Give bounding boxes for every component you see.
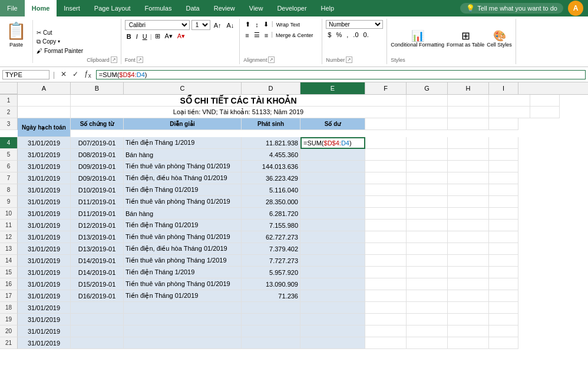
italic-button[interactable]: I (134, 32, 140, 41)
format-painter-button[interactable]: 🖌 Format Painter (35, 47, 84, 55)
cell-C4[interactable]: Tiền điện Tháng 1/2019 (124, 137, 242, 149)
decrease-font-button[interactable]: A↓ (225, 20, 236, 30)
cell-E3[interactable]: Số dư (300, 118, 365, 130)
col-header-H[interactable]: H (448, 82, 489, 94)
col-header-B[interactable]: B (71, 82, 124, 94)
col-header-A[interactable]: A (18, 82, 71, 94)
cell-D4[interactable]: 11.821.938 (242, 137, 300, 149)
bold-button[interactable]: B (125, 32, 133, 41)
cell-C18[interactable] (124, 302, 242, 314)
alignment-expand-icon[interactable]: ↗ (268, 57, 275, 63)
cell-C14[interactable]: Tiền thuê văn phòng Tháng 1/2019 (124, 255, 242, 267)
cell-A6[interactable]: 31/01/2019 (18, 161, 71, 172)
cell-G19[interactable] (407, 314, 448, 325)
cell-G6[interactable] (407, 161, 448, 172)
cell-E18[interactable] (300, 302, 365, 314)
cell-B6[interactable]: D09/2019-01 (71, 161, 124, 172)
decrease-decimal-button[interactable]: 0. (362, 31, 371, 39)
font-color-button[interactable]: A▾ (176, 32, 187, 41)
col-header-E[interactable]: E (300, 82, 365, 94)
align-middle-button[interactable]: ↕ (253, 20, 260, 29)
cell-H7[interactable] (448, 172, 489, 184)
cell-D17[interactable]: 71.236 (242, 290, 300, 302)
cell-E5[interactable] (300, 149, 365, 161)
increase-decimal-button[interactable]: .0 (351, 31, 360, 39)
cell-H15[interactable] (448, 267, 489, 278)
cell-I18[interactable] (489, 302, 518, 314)
cell-A10[interactable]: 31/01/2019 (18, 208, 71, 220)
cell-C5[interactable]: Bán hàng (124, 149, 242, 161)
cell-G14[interactable] (407, 255, 448, 267)
cell-B16[interactable]: D15/2019-01 (71, 278, 124, 290)
col-header-D[interactable]: D (242, 82, 300, 94)
cell-C3[interactable]: Diễn giải (124, 118, 242, 130)
cell-B17[interactable]: D16/2019-01 (71, 290, 124, 302)
cell-G10[interactable] (407, 208, 448, 220)
cell-C20[interactable] (124, 325, 242, 337)
cell-G9[interactable] (407, 196, 448, 208)
user-profile[interactable]: A (568, 1, 583, 16)
cell-G1[interactable] (448, 95, 489, 107)
cell-I8[interactable] (489, 184, 518, 196)
tab-home[interactable]: Home (25, 0, 57, 16)
cell-D7[interactable]: 36.223.429 (242, 172, 300, 184)
cell-G2[interactable] (448, 107, 489, 118)
percent-button[interactable]: % (334, 31, 343, 39)
tab-insert[interactable]: Insert (57, 0, 87, 16)
merge-center-button[interactable]: Merge & Center (274, 31, 315, 39)
cell-A7[interactable]: 31/01/2019 (18, 172, 71, 184)
conditional-formatting-button[interactable]: 📊 Conditional Formatting (391, 29, 444, 48)
cell-A4[interactable]: 31/01/2019 (18, 137, 71, 149)
cell-F14[interactable] (365, 255, 407, 267)
cell-F8[interactable] (365, 184, 407, 196)
cell-H2[interactable] (489, 107, 530, 118)
cell-H10[interactable] (448, 208, 489, 220)
cell-C17[interactable]: Tiền điện Tháng 01/2019 (124, 290, 242, 302)
cell-B4[interactable]: D07/2019-01 (71, 137, 124, 149)
tab-data[interactable]: Data (179, 0, 206, 16)
font-family-select[interactable]: Calibri (125, 20, 190, 30)
cell-C16[interactable]: Tiền thuê văn phòng Tháng 01/2019 (124, 278, 242, 290)
cell-E21[interactable] (300, 337, 365, 349)
cell-E15[interactable] (300, 267, 365, 278)
cell-H11[interactable] (448, 220, 489, 231)
cell-E7[interactable] (300, 172, 365, 184)
cell-I7[interactable] (489, 172, 518, 184)
increase-font-button[interactable]: A↑ (212, 20, 223, 30)
cell-C9[interactable]: Tiền thuê văn phòng Tháng 01/2019 (124, 196, 242, 208)
cell-H3[interactable] (448, 118, 489, 130)
cell-H6[interactable] (448, 161, 489, 172)
cell-E20[interactable] (300, 325, 365, 337)
col-header-F[interactable]: F (365, 82, 407, 94)
cell-G17[interactable] (407, 290, 448, 302)
cell-B20[interactable] (71, 325, 124, 337)
col-header-I[interactable]: I (489, 82, 518, 94)
cell-H1[interactable] (489, 95, 530, 107)
cell-A17[interactable]: 31/01/2019 (18, 290, 71, 302)
cell-A12[interactable]: 31/01/2019 (18, 231, 71, 243)
cell-A8[interactable]: 31/01/2019 (18, 184, 71, 196)
col-header-C[interactable]: C (124, 82, 242, 94)
cell-H21[interactable] (448, 337, 489, 349)
cell-B10[interactable]: D11/2019-01 (71, 208, 124, 220)
cell-D3[interactable]: Phát sinh (242, 118, 300, 130)
cell-H16[interactable] (448, 278, 489, 290)
cell-I21[interactable] (489, 337, 518, 349)
cell-I11[interactable] (489, 220, 518, 231)
cell-B2-merged[interactable]: Loại tiền: VND; Tài khoản: 51133; Năm 20… (71, 107, 407, 118)
cell-E16[interactable] (300, 278, 365, 290)
cell-C12[interactable]: Tiền thuê văn phòng Tháng 01/2019 (124, 231, 242, 243)
cell-B18[interactable] (71, 302, 124, 314)
cell-D12[interactable]: 62.727.273 (242, 231, 300, 243)
cell-I17[interactable] (489, 290, 518, 302)
cell-E10[interactable] (300, 208, 365, 220)
cell-B12[interactable]: D13/2019-01 (71, 231, 124, 243)
cell-I14[interactable] (489, 255, 518, 267)
cell-D11[interactable]: 7.155.980 (242, 220, 300, 231)
cell-D13[interactable]: 7.379.402 (242, 243, 300, 255)
paste-button[interactable]: 📋 (4, 20, 29, 42)
cell-A18[interactable]: 31/01/2019 (18, 302, 71, 314)
cell-F20[interactable] (365, 325, 407, 337)
cell-F5[interactable] (365, 149, 407, 161)
cell-B19[interactable] (71, 314, 124, 325)
